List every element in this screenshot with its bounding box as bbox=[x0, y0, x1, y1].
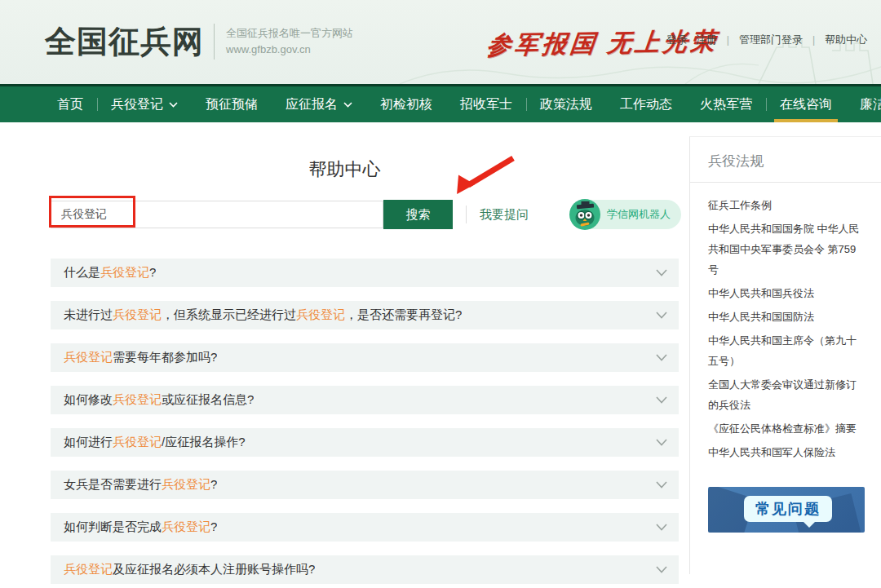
question-text: ，但系统显示已经进行过 bbox=[162, 307, 296, 321]
nav-item-nco-recruitment[interactable]: 招收军士 bbox=[446, 86, 526, 122]
nav-item-label: 招收军士 bbox=[460, 96, 512, 113]
register-link[interactable]: 注册 bbox=[696, 33, 717, 47]
question-text: 及应征报名必须本人注册账号操作吗? bbox=[113, 562, 315, 576]
search-button[interactable]: 搜索 bbox=[383, 200, 453, 229]
page-title: 帮助中心 bbox=[0, 157, 689, 182]
separator: | bbox=[727, 34, 729, 46]
faq-question: 如何判断是否完成兵役登记? bbox=[64, 519, 217, 535]
nav-item-military-camp[interactable]: 火热军营 bbox=[686, 86, 766, 122]
highlighted-keyword: 兵役登记 bbox=[113, 392, 162, 406]
highlighted-keyword: 兵役登记 bbox=[64, 562, 113, 576]
nav-item-label: 廉洁举报 bbox=[860, 96, 881, 113]
question-text: ? bbox=[210, 477, 217, 491]
nav-item-label: 工作动态 bbox=[620, 96, 672, 113]
header-links: 登录注册|管理部门登录|帮助中心 bbox=[662, 33, 871, 47]
help-center-link[interactable]: 帮助中心 bbox=[825, 33, 867, 47]
nav-item-online-consultation[interactable]: 在线咨询 bbox=[766, 86, 846, 122]
faq-item[interactable]: 如何判断是否完成兵役登记? bbox=[51, 513, 679, 542]
search-row: 搜索 我要提问 学信网机 bbox=[51, 200, 681, 229]
login-link[interactable]: 登录 bbox=[666, 33, 688, 47]
nav-item-label: 在线咨询 bbox=[780, 96, 832, 113]
faq-item[interactable]: 如何进行兵役登记/应征报名操作? bbox=[51, 428, 679, 457]
nav-item-policies-regulations[interactable]: 政策法规 bbox=[526, 86, 606, 122]
sidebar-link[interactable]: 征兵工作条例 bbox=[708, 195, 866, 215]
chevron-down-icon bbox=[656, 312, 667, 319]
chevron-down-icon bbox=[656, 481, 667, 489]
faq-question: 如何修改兵役登记或应征报名信息? bbox=[64, 392, 254, 408]
faq-banner-bubble: 常见问题 bbox=[744, 496, 832, 522]
highlighted-keyword: 兵役登记 bbox=[162, 519, 210, 533]
highlighted-keyword: 兵役登记 bbox=[296, 307, 345, 321]
nav-item-integrity-report[interactable]: 廉洁举报 bbox=[846, 86, 881, 122]
nav-item-label: 预征预储 bbox=[206, 96, 258, 113]
question-text: 如何进行 bbox=[64, 435, 113, 449]
nav-item-pre-recruitment-reserve[interactable]: 预征预储 bbox=[192, 86, 272, 122]
nav-item-home[interactable]: 首页 bbox=[43, 86, 97, 122]
question-text: 或应征报名信息? bbox=[162, 392, 254, 406]
faq-question: 什么是兵役登记? bbox=[64, 265, 156, 281]
question-text: 如何判断是否完成 bbox=[64, 519, 162, 533]
question-text: ? bbox=[210, 519, 217, 533]
nav-item-label: 政策法规 bbox=[540, 96, 592, 113]
faq-banner[interactable]: 常见问题 bbox=[708, 487, 865, 533]
nav-item-initial-exam-review[interactable]: 初检初核 bbox=[366, 86, 446, 122]
question-text: 如何修改 bbox=[64, 392, 113, 406]
content: 帮助中心 搜索 我要提问 bbox=[0, 136, 881, 574]
faq-list: 什么是兵役登记?未进行过兵役登记，但系统显示已经进行过兵役登记，是否还需要再登记… bbox=[51, 259, 679, 584]
nav-item-military-service-registration[interactable]: 兵役登记 bbox=[97, 86, 192, 122]
sidebar-title: 兵役法规 bbox=[708, 152, 866, 170]
faq-item[interactable]: 未进行过兵役登记，但系统显示已经进行过兵役登记，是否还需要再登记? bbox=[51, 301, 679, 329]
chevron-down-icon bbox=[343, 102, 352, 108]
faq-item[interactable]: 如何修改兵役登记或应征报名信息? bbox=[51, 386, 679, 414]
chevron-down-icon bbox=[656, 439, 667, 446]
nav-item-work-updates[interactable]: 工作动态 bbox=[606, 86, 686, 122]
logo-divider bbox=[214, 24, 215, 60]
faq-item[interactable]: 兵役登记需要每年都参加吗? bbox=[51, 343, 679, 372]
sidebar-link[interactable]: 中华人民共和国军人保险法 bbox=[708, 442, 866, 462]
tagline-line2: www.gfbzb.gov.cn bbox=[226, 42, 353, 58]
question-text: 什么是 bbox=[64, 265, 100, 279]
chevron-down-icon bbox=[656, 269, 667, 276]
faq-item[interactable]: 兵役登记及应征报名必须本人注册账号操作吗? bbox=[51, 555, 679, 584]
faq-question: 兵役登记及应征报名必须本人注册账号操作吗? bbox=[64, 562, 315, 577]
nav-item-label: 首页 bbox=[57, 96, 83, 113]
question-text: 需要每年都参加吗? bbox=[113, 350, 217, 364]
search-input[interactable] bbox=[51, 201, 383, 228]
highlighted-keyword: 兵役登记 bbox=[162, 477, 210, 491]
help-center-panel: 帮助中心 搜索 我要提问 bbox=[0, 136, 689, 574]
chevron-down-icon bbox=[656, 566, 667, 573]
question-text: 女兵是否需要进行 bbox=[64, 477, 162, 491]
faq-question: 未进行过兵役登记，但系统显示已经进行过兵役登记，是否还需要再登记? bbox=[64, 307, 462, 323]
tagline-line1: 全国征兵报名唯一官方网站 bbox=[226, 25, 353, 42]
chsi-robot-button[interactable]: 学信网机器人 bbox=[570, 200, 681, 229]
sidebar-link[interactable]: 《应征公民体格检查标准》摘要 bbox=[708, 418, 866, 439]
sidebar-link[interactable]: 中华人民共和国兵役法 bbox=[708, 283, 866, 303]
admin-login-link[interactable]: 管理部门登录 bbox=[739, 33, 803, 47]
site-header: 全国征兵网 全国征兵报名唯一官方网站 www.gfbzb.gov.cn 参军报国… bbox=[0, 0, 881, 84]
chevron-down-icon bbox=[656, 354, 667, 361]
robot-label: 学信网机器人 bbox=[607, 207, 671, 222]
highlighted-keyword: 兵役登记 bbox=[64, 350, 113, 364]
nav-item-label: 初检初核 bbox=[380, 96, 432, 113]
site-logo: 全国征兵网 bbox=[45, 22, 204, 61]
nav-item-enlistment-application[interactable]: 应征报名 bbox=[272, 86, 366, 122]
sidebar-link[interactable]: 中华人民共和国国务院 中华人民共和国中央军事委员会令 第759号 bbox=[708, 219, 866, 280]
chevron-down-icon bbox=[656, 524, 667, 531]
question-text: ? bbox=[149, 265, 156, 279]
sidebar: 兵役法规 征兵工作条例中华人民共和国国务院 中华人民共和国中央军事委员会令 第7… bbox=[689, 136, 881, 574]
sidebar-link[interactable]: 中华人民共和国国防法 bbox=[708, 307, 866, 327]
sidebar-links: 征兵工作条例中华人民共和国国务院 中华人民共和国中央军事委员会令 第759号中华… bbox=[708, 195, 866, 462]
sidebar-link[interactable]: 中华人民共和国主席令（第九十五号） bbox=[708, 330, 866, 371]
highlighted-keyword: 兵役登记 bbox=[113, 307, 162, 321]
nav-item-label: 火热军营 bbox=[700, 96, 752, 113]
main-nav: 首页兵役登记预征预储应征报名初检初核招收军士政策法规工作动态火热军营在线咨询廉洁… bbox=[0, 84, 881, 122]
faq-item[interactable]: 什么是兵役登记? bbox=[51, 259, 679, 287]
ask-question-link[interactable]: 我要提问 bbox=[480, 207, 529, 223]
divider bbox=[466, 206, 467, 223]
chevron-down-icon bbox=[656, 396, 667, 404]
sidebar-link[interactable]: 全国人大常委会审议通过新修订的兵役法 bbox=[708, 374, 866, 415]
faq-item[interactable]: 女兵是否需要进行兵役登记? bbox=[51, 471, 679, 499]
faq-question: 女兵是否需要进行兵役登记? bbox=[64, 477, 217, 493]
site-tagline: 全国征兵报名唯一官方网站 www.gfbzb.gov.cn bbox=[226, 25, 353, 58]
highlighted-keyword: 兵役登记 bbox=[113, 435, 162, 449]
